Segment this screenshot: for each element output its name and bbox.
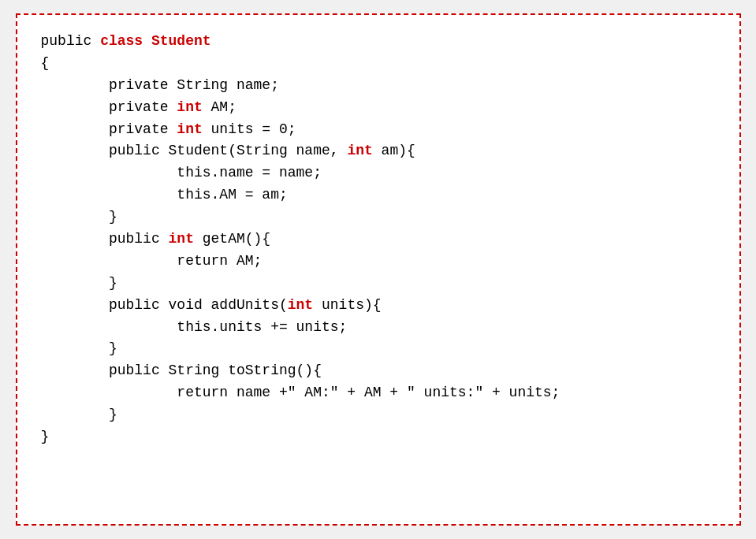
keyword-token: int	[347, 143, 372, 158]
keyword-token: int	[177, 121, 202, 137]
normal-token: am){	[373, 143, 415, 158]
code-line: public Student(String name, int am){	[41, 140, 716, 162]
code-line: public String toString(){	[41, 360, 716, 382]
keyword-token: int	[169, 231, 194, 247]
code-line: this.AM = am;	[41, 184, 716, 206]
keyword-token: int	[177, 99, 202, 115]
normal-token: public	[41, 33, 101, 49]
code-line: return name +" AM:" + AM + " units:" + u…	[41, 382, 716, 404]
code-line: public void addUnits(int units){	[41, 295, 716, 317]
code-content: public class Student{ private String nam…	[41, 31, 716, 448]
keyword-token: int	[288, 297, 313, 313]
code-line: this.name = name;	[41, 162, 716, 184]
normal-token: public	[41, 231, 169, 247]
code-line: }	[41, 404, 716, 426]
code-line: return AM;	[41, 251, 716, 273]
keyword-token: class	[100, 33, 143, 49]
code-line: private int units = 0;	[41, 119, 716, 141]
code-line: private String name;	[41, 75, 716, 97]
keyword-token: Student	[151, 33, 211, 49]
normal-token: private	[41, 121, 177, 137]
normal-token: private	[41, 99, 177, 115]
normal-token	[143, 33, 151, 49]
code-line: }	[41, 206, 716, 229]
code-line: }	[41, 273, 716, 295]
code-line: private int AM;	[41, 97, 716, 119]
code-line: }	[41, 338, 716, 360]
normal-token: public void addUnits(	[41, 297, 288, 313]
code-line: this.units += units;	[41, 317, 716, 339]
normal-token: units = 0;	[203, 121, 296, 137]
code-line: public int getAM(){	[41, 229, 716, 251]
code-line: {	[41, 53, 716, 75]
code-line: public class Student	[41, 31, 716, 53]
normal-token: getAM(){	[194, 231, 270, 247]
normal-token: AM;	[203, 99, 236, 115]
normal-token: public Student(String name,	[41, 143, 348, 158]
code-line: }	[41, 426, 716, 448]
code-editor: public class Student{ private String nam…	[16, 13, 741, 526]
normal-token: units){	[313, 297, 381, 313]
